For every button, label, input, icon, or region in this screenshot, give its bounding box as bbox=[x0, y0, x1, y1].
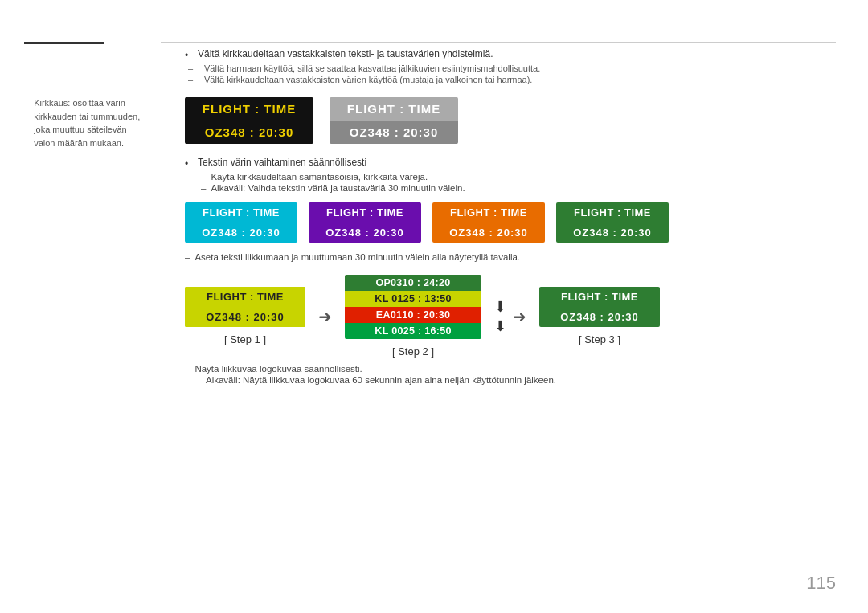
content-area: • Vältä kirkkaudeltaan vastakkaisten tek… bbox=[185, 48, 836, 385]
step3-flight-box: FLIGHT : TIME OZ348 : 20:30 bbox=[539, 287, 660, 327]
scroll-down-icon-2: ⬇ bbox=[494, 317, 506, 335]
flight-box-cyan: FLIGHT : TIME OZ348 : 20:30 bbox=[185, 202, 297, 243]
scroll-arrows: ⬇ ⬇ bbox=[494, 298, 506, 335]
dash-item-2: – Vältä kirkkaudeltaan vastakkaisten vär… bbox=[185, 75, 836, 84]
bullet-list: • Vältä kirkkaudeltaan vastakkaisten tek… bbox=[185, 48, 836, 84]
main-flight-boxes-row: FLIGHT : TIME OZ348 : 20:30 FLIGHT : TIM… bbox=[185, 97, 836, 144]
s1d1-sym: – bbox=[185, 172, 206, 182]
step1-label: [ Step 1 ] bbox=[224, 333, 266, 345]
color-variants-row: FLIGHT : TIME OZ348 : 20:30 FLIGHT : TIM… bbox=[185, 202, 836, 243]
step1-item: FLIGHT : TIME OZ348 : 20:30 [ Step 1 ] bbox=[185, 287, 305, 345]
step2-row-4: KL 0025 : 16:50 bbox=[345, 323, 481, 339]
step1-body: OZ348 : 20:30 bbox=[185, 307, 305, 327]
sidebar-dash-sym: – bbox=[24, 96, 29, 149]
step2-row-2: KL 0125 : 13:50 bbox=[345, 291, 481, 307]
step3-header: FLIGHT : TIME bbox=[539, 287, 660, 307]
cyan-body: OZ348 : 20:30 bbox=[185, 223, 297, 243]
flight-box-black-yellow: FLIGHT : TIME OZ348 : 20:30 bbox=[185, 97, 313, 144]
section1-dash2: – Aikaväli: Vaihda tekstin väriä ja taus… bbox=[185, 183, 836, 193]
sidebar-dash-item: – Kirkkaus: osoittaa värin kirkkauden ta… bbox=[24, 96, 145, 149]
section3-dash2: Aikaväli: Näytä liikkuvaa logokuvaa 60 s… bbox=[185, 375, 836, 385]
bullet-text-1: Vältä kirkkaudeltaan vastakkaisten tekst… bbox=[198, 48, 493, 59]
dash-text-1: Vältä harmaan käyttöä, sillä se saattaa … bbox=[204, 63, 540, 73]
scroll-down-icon-1: ⬇ bbox=[494, 298, 506, 316]
cyan-header: FLIGHT : TIME bbox=[185, 202, 297, 223]
arrow-icon-1: ➜ bbox=[318, 307, 332, 326]
sidebar: – Kirkkaus: osoittaa värin kirkkauden ta… bbox=[0, 0, 161, 613]
section1-dash1: – Käytä kirkkaudeltaan samantasoisia, ki… bbox=[185, 172, 836, 182]
step2-row-3: EA0110 : 20:30 bbox=[345, 307, 481, 323]
flight-box-body-1: OZ348 : 20:30 bbox=[185, 121, 313, 144]
step2-box: OP0310 : 24:20 KL 0125 : 13:50 EA0110 : … bbox=[345, 275, 481, 339]
s3d2-sym bbox=[185, 375, 201, 385]
flight-box-header-1: FLIGHT : TIME bbox=[185, 97, 313, 121]
page-number: 115 bbox=[806, 573, 836, 594]
purple-header: FLIGHT : TIME bbox=[309, 202, 421, 223]
flight-box-body-2: OZ348 : 20:30 bbox=[330, 121, 458, 144]
s1d2-sym: – bbox=[185, 183, 206, 193]
arrow-icon-2: ➜ bbox=[513, 307, 526, 326]
s3d1-sym: – bbox=[185, 364, 190, 374]
sidebar-top-line bbox=[24, 42, 104, 44]
bullet-item-1: • Vältä kirkkaudeltaan vastakkaisten tek… bbox=[185, 48, 836, 61]
section2-dash: – Aseta teksti liikkumaan ja muuttumaan … bbox=[185, 252, 836, 262]
flight-box-header-2: FLIGHT : TIME bbox=[330, 97, 458, 121]
purple-body: OZ348 : 20:30 bbox=[309, 223, 421, 243]
dash-item-1: – Vältä harmaan käyttöä, sillä se saatta… bbox=[185, 63, 836, 73]
section1-label: • Tekstin värin vaihtaminen säännöllises… bbox=[185, 157, 836, 170]
page-container: – Kirkkaus: osoittaa värin kirkkauden ta… bbox=[0, 0, 868, 613]
top-line bbox=[161, 42, 836, 43]
dash-sym-2: – bbox=[188, 75, 198, 84]
sidebar-note-text: Kirkkaus: osoittaa värin kirkkauden tai … bbox=[34, 96, 145, 149]
step3-label: [ Step 3 ] bbox=[579, 333, 620, 345]
flight-box-gray: FLIGHT : TIME OZ348 : 20:30 bbox=[330, 97, 458, 144]
green-body: OZ348 : 20:30 bbox=[556, 223, 669, 243]
bullet-dot: • bbox=[185, 50, 191, 61]
step3-body: OZ348 : 20:30 bbox=[539, 307, 660, 327]
main-content: • Vältä kirkkaudeltaan vastakkaisten tek… bbox=[161, 0, 868, 613]
s2d-sym: – bbox=[185, 252, 190, 262]
dash-sym-1: – bbox=[188, 63, 198, 73]
step2-arrows-group: ⬇ ⬇ ➜ bbox=[494, 298, 526, 335]
sidebar-note: – Kirkkaus: osoittaa värin kirkkauden ta… bbox=[24, 96, 145, 149]
step1-flight-box: FLIGHT : TIME OZ348 : 20:30 bbox=[185, 287, 305, 327]
flight-box-orange: FLIGHT : TIME OZ348 : 20:30 bbox=[432, 202, 545, 243]
flight-box-green: FLIGHT : TIME OZ348 : 20:30 bbox=[556, 202, 669, 243]
section1-dot: • bbox=[185, 158, 191, 170]
dash-text-2: Vältä kirkkaudeltaan vastakkaisten värie… bbox=[204, 75, 532, 84]
orange-body: OZ348 : 20:30 bbox=[432, 223, 545, 243]
section3-dash1: – Näytä liikkuvaa logokuvaa säännöllises… bbox=[185, 364, 836, 374]
section1: • Tekstin värin vaihtaminen säännöllises… bbox=[185, 157, 836, 193]
orange-header: FLIGHT : TIME bbox=[432, 202, 545, 223]
step1-header: FLIGHT : TIME bbox=[185, 287, 305, 307]
step2-label: [ Step 2 ] bbox=[392, 345, 434, 358]
flight-box-purple: FLIGHT : TIME OZ348 : 20:30 bbox=[309, 202, 421, 243]
section3: – Näytä liikkuvaa logokuvaa säännöllises… bbox=[185, 364, 836, 385]
step3-item: FLIGHT : TIME OZ348 : 20:30 [ Step 3 ] bbox=[539, 287, 660, 345]
green-header: FLIGHT : TIME bbox=[556, 202, 669, 223]
step2-row-1: OP0310 : 24:20 bbox=[345, 275, 481, 291]
step2-item: OP0310 : 24:20 KL 0125 : 13:50 EA0110 : … bbox=[345, 275, 481, 358]
steps-row: FLIGHT : TIME OZ348 : 20:30 [ Step 1 ] ➜… bbox=[185, 275, 836, 358]
